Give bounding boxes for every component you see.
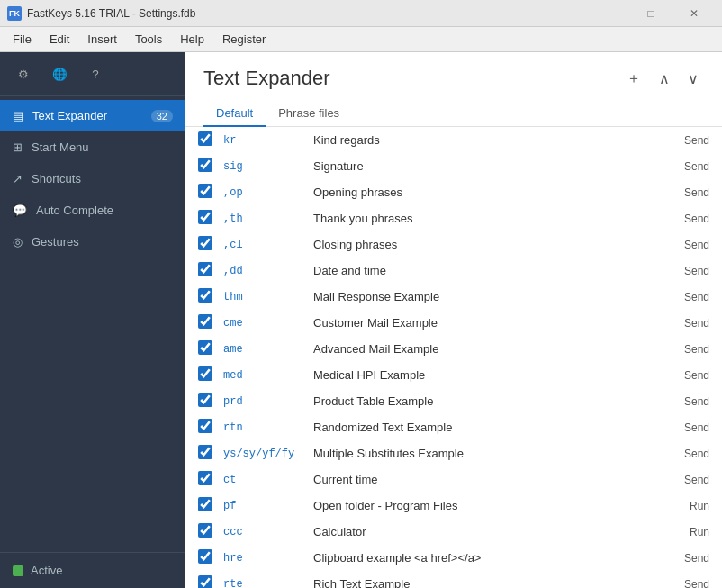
sidebar-item-shortcuts[interactable]: ↗ Shortcuts: [0, 163, 185, 194]
row-action: Send: [661, 388, 715, 414]
sidebar-item-shortcuts-label: Shortcuts: [32, 172, 81, 185]
row-shortcut: ,th: [218, 205, 308, 231]
tab-phrase-files[interactable]: Phrase files: [266, 101, 352, 127]
table-row[interactable]: hreClipboard example <a href></a>Send: [193, 545, 715, 571]
window-title: FastKeys 5.16 TRIAL - Settings.fdb: [27, 7, 195, 20]
content-header: Text Expander ＋ ∧ ∨ Default Phrase files: [185, 52, 722, 127]
row-shortcut: rtn: [218, 414, 308, 440]
row-description: Thank you phrases: [308, 205, 661, 231]
sidebar-icon-row: ⚙ 🌐 ?: [0, 52, 185, 96]
row-checkbox[interactable]: [198, 575, 212, 588]
menu-item-insert[interactable]: Insert: [78, 29, 126, 50]
sidebar-item-auto-complete[interactable]: 💬 Auto Complete: [0, 194, 185, 226]
row-checkbox[interactable]: [198, 523, 212, 538]
table-row[interactable]: krKind regardsSend: [193, 127, 715, 153]
table-row[interactable]: prdProduct Table ExampleSend: [193, 388, 715, 414]
row-shortcut: ys/sy/yf/fy: [218, 440, 308, 466]
title-bar: FK FastKeys 5.16 TRIAL - Settings.fdb ─ …: [0, 0, 722, 27]
content-area: Text Expander ＋ ∧ ∨ Default Phrase files…: [185, 52, 722, 588]
table-row[interactable]: ,clClosing phrasesSend: [193, 231, 715, 258]
table-row[interactable]: ,ddDate and timeSend: [193, 258, 715, 284]
table-row[interactable]: ys/sy/yf/fyMultiple Substitutes ExampleS…: [193, 440, 715, 466]
row-shortcut: pf: [218, 493, 308, 519]
table-row[interactable]: medMedical HPI ExampleSend: [193, 362, 715, 388]
table-row[interactable]: sigSignatureSend: [193, 153, 715, 179]
sidebar-status: Active: [0, 552, 185, 588]
tab-bar: Default Phrase files: [203, 101, 704, 126]
table-row[interactable]: ,opOpening phrasesSend: [193, 179, 715, 205]
row-shortcut: kr: [218, 127, 308, 153]
table-row[interactable]: thmMail Response ExampleSend: [193, 284, 715, 310]
row-checkbox[interactable]: [198, 262, 212, 276]
row-shortcut: sig: [218, 153, 308, 179]
row-description: Date and time: [308, 258, 661, 284]
row-checkbox[interactable]: [198, 131, 212, 146]
row-description: Product Table Example: [308, 388, 661, 414]
sidebar-item-text-expander[interactable]: ▤ Text Expander 32: [0, 100, 185, 131]
globe-icon-button[interactable]: 🌐: [47, 61, 72, 86]
menu-item-file[interactable]: File: [4, 29, 41, 50]
row-checkbox[interactable]: [198, 419, 212, 433]
sidebar-nav: ▤ Text Expander 32 ⊞ Start Menu ↗ Shortc…: [0, 96, 185, 552]
row-action: Send: [661, 571, 715, 588]
sidebar-item-start-menu[interactable]: ⊞ Start Menu: [0, 131, 185, 163]
row-checkbox[interactable]: [198, 314, 212, 329]
table-row[interactable]: rteRich Text ExampleSend: [193, 571, 715, 588]
sidebar-item-gestures[interactable]: ◎ Gestures: [0, 226, 185, 258]
text-expander-icon: ▤: [13, 109, 23, 122]
add-button[interactable]: ＋: [621, 68, 646, 90]
table-row[interactable]: pfOpen folder - Program FilesRun: [193, 493, 715, 519]
row-action: Run: [661, 519, 715, 545]
start-menu-icon: ⊞: [13, 140, 23, 154]
table-row[interactable]: ,thThank you phrasesSend: [193, 205, 715, 231]
menu-item-edit[interactable]: Edit: [41, 29, 78, 50]
row-description: Rich Text Example: [308, 571, 661, 588]
table-row[interactable]: ctCurrent timeSend: [193, 466, 715, 493]
row-description: Multiple Substitutes Example: [308, 440, 661, 466]
row-action: Send: [661, 440, 715, 466]
row-action: Send: [661, 284, 715, 310]
row-checkbox[interactable]: [198, 471, 212, 485]
row-checkbox[interactable]: [198, 393, 212, 407]
menu-item-register[interactable]: Register: [213, 29, 275, 50]
row-action: Send: [661, 127, 715, 153]
help-icon-button[interactable]: ?: [83, 61, 108, 86]
row-checkbox[interactable]: [198, 366, 212, 381]
entries-table: krKind regardsSendsigSignatureSend,opOpe…: [193, 127, 715, 588]
tab-default[interactable]: Default: [203, 101, 266, 127]
row-description: Open folder - Program Files: [308, 493, 661, 519]
row-checkbox[interactable]: [198, 288, 212, 303]
row-description: Medical HPI Example: [308, 362, 661, 388]
settings-icon-button[interactable]: ⚙: [11, 61, 36, 86]
table-row[interactable]: ameAdvanced Mail ExampleSend: [193, 336, 715, 362]
header-actions: ＋ ∧ ∨: [621, 68, 704, 90]
row-description: Current time: [308, 466, 661, 493]
minimize-button[interactable]: ─: [587, 0, 628, 27]
menu-item-tools[interactable]: Tools: [126, 29, 171, 50]
row-shortcut: ,cl: [218, 231, 308, 258]
row-action: Send: [661, 205, 715, 231]
maximize-button[interactable]: □: [630, 0, 672, 27]
table-row[interactable]: cmeCustomer Mail ExampleSend: [193, 310, 715, 336]
table-row[interactable]: cccCalculatorRun: [193, 519, 715, 545]
close-button[interactable]: ✕: [673, 0, 715, 27]
row-checkbox[interactable]: [198, 158, 212, 172]
row-action: Send: [661, 545, 715, 571]
row-shortcut: ,dd: [218, 258, 308, 284]
move-down-button[interactable]: ∨: [682, 68, 704, 89]
move-up-button[interactable]: ∧: [654, 68, 675, 89]
row-description: Randomized Text Example: [308, 414, 661, 440]
row-checkbox[interactable]: [198, 445, 212, 459]
row-checkbox[interactable]: [198, 210, 212, 224]
row-checkbox[interactable]: [198, 236, 212, 250]
row-description: Mail Response Example: [308, 284, 661, 310]
table-row[interactable]: rtnRandomized Text ExampleSend: [193, 414, 715, 440]
row-checkbox[interactable]: [198, 497, 212, 511]
row-checkbox[interactable]: [198, 184, 212, 198]
row-checkbox[interactable]: [198, 549, 212, 564]
row-checkbox[interactable]: [198, 340, 212, 355]
row-shortcut: ct: [218, 466, 308, 493]
table-container[interactable]: krKind regardsSendsigSignatureSend,opOpe…: [185, 127, 722, 588]
menu-item-help[interactable]: Help: [171, 29, 213, 50]
main-layout: ⚙ 🌐 ? ▤ Text Expander 32 ⊞ Start Menu ↗ …: [0, 52, 722, 588]
